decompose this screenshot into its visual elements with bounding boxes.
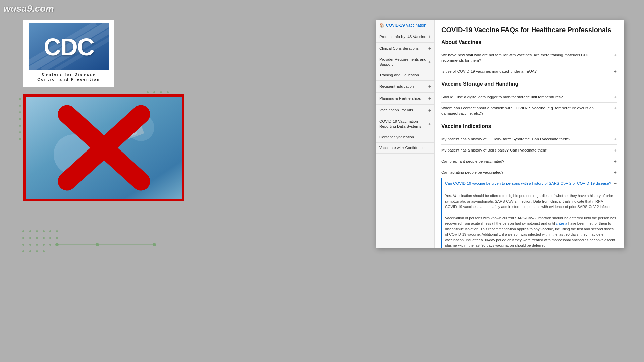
cdc-logo-box: CDC bbox=[29, 23, 109, 70]
main-content-area: COVID-19 Vaccine FAQs for Healthcare Pro… bbox=[435, 20, 624, 248]
vaccine-image-container bbox=[23, 94, 184, 201]
expand-icon-recipient: + bbox=[428, 83, 431, 89]
home-icon: 🏠 bbox=[379, 23, 384, 28]
faq-toggle-2-3: + bbox=[614, 170, 617, 175]
faq-guillain-barre[interactable]: My patient has a history of Guillain-Bar… bbox=[441, 134, 617, 145]
cdc-letters-text: CDC bbox=[44, 33, 94, 61]
left-panel: CDC Centers for Disease Control and Prev… bbox=[23, 20, 195, 255]
faq-sars-history[interactable]: Can COVID-19 vaccine be given to persons… bbox=[441, 178, 617, 189]
faq-toggle-2-2: + bbox=[614, 159, 617, 164]
faq-toggle-0-1: + bbox=[614, 69, 617, 74]
faq-training-materials[interactable]: We have new staff who are not familiar w… bbox=[441, 50, 617, 66]
expand-icon-product: + bbox=[428, 34, 431, 40]
faq-toggle-2-0: + bbox=[614, 136, 617, 142]
svg-point-19 bbox=[19, 105, 21, 107]
sidebar-item-training[interactable]: Training and Education bbox=[376, 70, 434, 81]
faq-pregnant[interactable]: Can pregnant people be vaccinated? + bbox=[441, 156, 617, 167]
sidebar-item-toolkits[interactable]: Vaccination Toolkits + bbox=[376, 105, 434, 116]
svg-point-47 bbox=[19, 131, 21, 133]
svg-point-12 bbox=[19, 98, 21, 100]
watermark: wusa9.com bbox=[3, 3, 54, 14]
section-about-vaccines: About Vaccines bbox=[441, 39, 617, 47]
faq-toggle-2-1: + bbox=[614, 147, 617, 153]
sidebar-item-recipient[interactable]: Recipient Education + bbox=[376, 81, 434, 93]
red-x-overlay bbox=[23, 94, 184, 201]
sidebar-item-provider[interactable]: Provider Requirements and Support + bbox=[376, 54, 434, 70]
page-title: COVID-19 Vaccine FAQs for Healthcare Pro… bbox=[441, 25, 617, 34]
faq-bells-palsy[interactable]: My patient has a history of Bell's palsy… bbox=[441, 145, 617, 156]
sidebar-item-clinical[interactable]: Clinical Considerations + bbox=[376, 43, 434, 54]
cdc-full-name: Centers for Disease Control and Preventi… bbox=[37, 70, 100, 84]
svg-point-54 bbox=[19, 138, 21, 140]
svg-point-26 bbox=[19, 111, 21, 113]
criteria-link[interactable]: criteria bbox=[556, 221, 567, 225]
faq-toggle-2-4: − bbox=[614, 181, 617, 186]
faq-toggle-1-0: + bbox=[614, 94, 617, 100]
faq-answer-part1: Yes. Vaccination should be offered to el… bbox=[445, 191, 617, 211]
section-indications: Vaccine Indications bbox=[441, 123, 617, 131]
faq-eua-mandate[interactable]: Is use of COVID-19 vaccines mandated und… bbox=[441, 66, 617, 77]
svg-point-40 bbox=[19, 125, 21, 127]
sidebar-item-vaccinate[interactable]: Vaccinate with Confidence bbox=[376, 143, 434, 154]
svg-point-33 bbox=[19, 118, 21, 120]
faq-answer-part2: Vaccination of persons with known curren… bbox=[445, 213, 617, 248]
sidebar-item-content[interactable]: Content Syndication bbox=[376, 132, 434, 143]
expand-icon-provider: + bbox=[428, 59, 431, 65]
expand-icon-reporting: + bbox=[428, 121, 431, 127]
faq-lactating[interactable]: Can lactating people be vaccinated? + bbox=[441, 167, 617, 178]
expand-icon-planning: + bbox=[428, 95, 431, 101]
sidebar-item-product-info[interactable]: Product Info by US Vaccine + bbox=[376, 31, 434, 43]
faq-contact-problem[interactable]: Whom can I contact about a problem with … bbox=[441, 103, 617, 119]
sidebar-item-planning[interactable]: Planning & Partnerships + bbox=[376, 93, 434, 104]
cdc-logo-area: CDC Centers for Disease Control and Prev… bbox=[23, 20, 114, 87]
expand-icon-clinical: + bbox=[428, 45, 431, 51]
sidebar-home-link[interactable]: 🏠 COVID-19 Vaccination bbox=[376, 20, 434, 31]
red-border bbox=[23, 94, 184, 201]
vaccine-image-bg bbox=[23, 94, 184, 201]
faq-toggle-1-1: + bbox=[614, 105, 617, 111]
faq-data-logger[interactable]: Should I use a digital data logger to mo… bbox=[441, 92, 617, 103]
expand-icon-toolkits: + bbox=[428, 107, 431, 113]
sidebar-item-reporting[interactable]: COVID-19 Vaccination Reporting Data Syst… bbox=[376, 116, 434, 132]
faq-sars-answer: Yes. Vaccination should be offered to el… bbox=[441, 189, 617, 248]
cdc-webpage-panel: 🏠 COVID-19 Vaccination Product Info by U… bbox=[376, 20, 624, 248]
faq-toggle-0-0: + bbox=[614, 52, 617, 58]
sidebar-nav: 🏠 COVID-19 Vaccination Product Info by U… bbox=[376, 20, 435, 248]
section-storage: Vaccine Storage and Handling bbox=[441, 81, 617, 89]
